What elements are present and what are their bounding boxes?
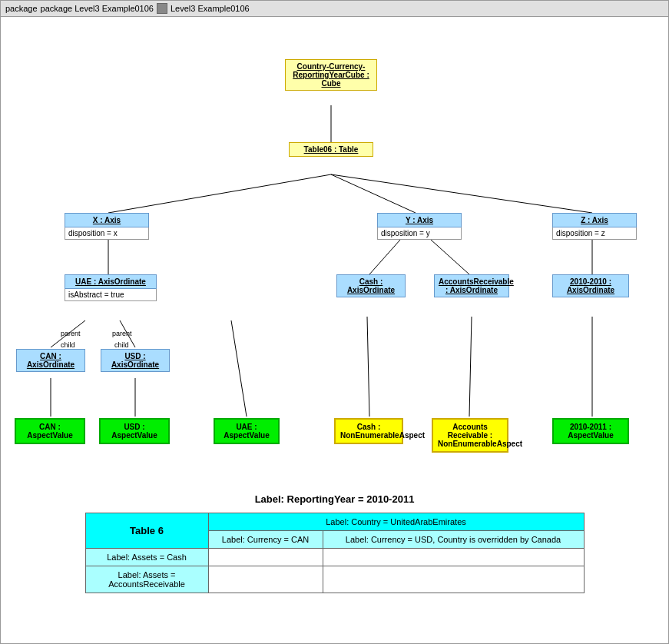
table-title-cell: Table 6 [85, 513, 208, 549]
ar-can-cell [208, 566, 323, 593]
cash-can-cell [208, 549, 323, 566]
x-axis-attr: disposition = x [65, 227, 149, 240]
svg-line-13 [367, 317, 369, 417]
can-ordinate-header: CAN : AxisOrdinate [16, 349, 85, 372]
table-node: Table06 : Table [289, 142, 373, 157]
date-ordinate-header: 2010-2010 : AxisOrdinate [552, 274, 629, 297]
ar-ordinate-node: AccountsReceivable : AxisOrdinate [434, 274, 509, 297]
z-axis-node: Z : Axis disposition = z [552, 213, 637, 240]
svg-line-2 [331, 174, 416, 213]
cash-aspect-node[interactable]: Cash : NonEnumerableAspect [334, 418, 403, 444]
ar-usd-cell [323, 566, 584, 593]
y-axis-attr: disposition = y [377, 227, 462, 240]
y-axis-node: Y : Axis disposition = y [377, 213, 462, 240]
cash-usd-cell [323, 549, 584, 566]
summary-table: Table 6 Label: Country = UnitedArabEmira… [85, 513, 585, 593]
ar-row-label: Label: Assets = AccountsReceivable [85, 566, 208, 593]
ar-aspect-node[interactable]: Accounts Receivable : NonEnumerableAspec… [432, 418, 508, 453]
uae-ordinate-attr: isAbstract = true [65, 289, 157, 301]
country-header-cell: Label: Country = UnitedArabEmirates [208, 513, 584, 531]
diagram-area: Country-Currency-ReportingYearCube : Cub… [1, 17, 668, 478]
z-axis-header: Z : Axis [552, 213, 637, 227]
x-axis-header: X : Axis [65, 213, 149, 227]
table-header-row: Table 6 Label: Country = UnitedArabEmira… [85, 513, 584, 531]
cash-row-label: Label: Assets = Cash [85, 549, 208, 566]
cash-ordinate-header: Cash : AxisOrdinate [336, 274, 406, 297]
uae-aspect-node[interactable]: UAE : AspectValue [214, 418, 280, 444]
title-text: package Level3 Example0106 [41, 4, 154, 13]
package-label: package [5, 4, 38, 13]
usd-col-header: Label: Currency = USD, Country is overri… [323, 531, 584, 549]
y-axis-header: Y : Axis [377, 213, 462, 227]
svg-line-5 [369, 240, 400, 274]
reporting-year-label: Label: ReportingYear = 2010-2011 [85, 493, 585, 505]
child-label-2: child [114, 341, 129, 349]
usd-ordinate-node: USD : AxisOrdinate [101, 349, 170, 372]
can-col-header: Label: Currency = CAN [208, 531, 323, 549]
cash-ordinate-node: Cash : AxisOrdinate [336, 274, 406, 297]
svg-line-3 [331, 174, 592, 213]
child-label-1: child [61, 341, 75, 349]
parent-label-2: parent [112, 330, 132, 337]
svg-line-6 [431, 240, 469, 274]
z-axis-attr: disposition = z [552, 227, 637, 240]
main-window: package package Level3 Example0106 Level… [0, 0, 669, 644]
svg-line-12 [231, 320, 247, 417]
tab-text: Level3 Example0106 [171, 4, 250, 13]
parent-label-1: parent [61, 330, 81, 337]
cube-node: Country-Currency-ReportingYearCube : Cub… [285, 59, 377, 91]
date-aspect-node[interactable]: 2010-2011 : AspectValue [552, 418, 629, 444]
usd-aspect-node[interactable]: USD : AspectValue [99, 418, 170, 444]
date-ordinate-node: 2010-2010 : AxisOrdinate [552, 274, 629, 297]
title-bar: package package Level3 Example0106 Level… [1, 1, 668, 17]
cube-node-box: Country-Currency-ReportingYearCube : Cub… [285, 59, 377, 91]
uae-ordinate-header: UAE : AxisOrdinate [65, 274, 157, 289]
title-bar-icon [157, 3, 167, 14]
usd-ordinate-header: USD : AxisOrdinate [101, 349, 170, 372]
svg-line-14 [469, 317, 472, 417]
can-aspect-node[interactable]: CAN : AspectValue [15, 418, 85, 444]
ar-data-row: Label: Assets = AccountsReceivable [85, 566, 584, 593]
cash-data-row: Label: Assets = Cash [85, 549, 584, 566]
can-ordinate-node: CAN : AxisOrdinate [16, 349, 85, 372]
svg-line-1 [108, 174, 331, 213]
bottom-section: Label: ReportingYear = 2010-2011 Table 6… [85, 493, 585, 593]
ar-ordinate-header: AccountsReceivable : AxisOrdinate [434, 274, 509, 297]
uae-ordinate-node: UAE : AxisOrdinate isAbstract = true [65, 274, 157, 301]
x-axis-node: X : Axis disposition = x [65, 213, 149, 240]
table-node-box: Table06 : Table [289, 142, 373, 157]
